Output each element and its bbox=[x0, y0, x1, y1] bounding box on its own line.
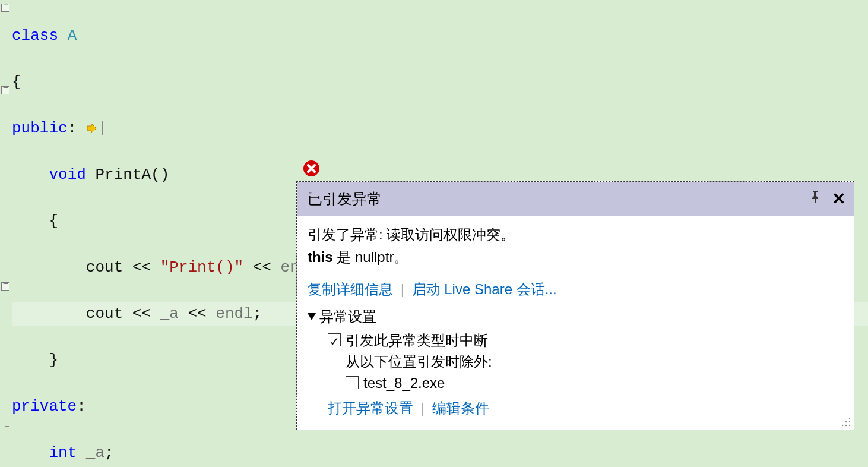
checkbox-break-on-type[interactable] bbox=[328, 333, 341, 346]
checkbox-row: 引发此异常类型时中断 bbox=[328, 330, 843, 351]
exception-message-line: this 是 nullptr。 bbox=[308, 247, 843, 268]
except-from-label: 从以下位置引发时除外: bbox=[346, 351, 843, 373]
fold-toggle-icon[interactable] bbox=[1, 86, 9, 94]
this-bold: this bbox=[308, 249, 333, 265]
keyword: int bbox=[49, 444, 77, 462]
expand-toggle-icon[interactable] bbox=[308, 313, 316, 320]
svg-point-6 bbox=[849, 425, 850, 426]
exception-message-line: 引发了异常: 读取访问权限冲突。 bbox=[308, 224, 843, 245]
fold-end-icon bbox=[5, 426, 9, 427]
checkbox-row: test_8_2.exe bbox=[346, 373, 843, 394]
fold-end-icon bbox=[5, 264, 9, 264]
keyword: class bbox=[12, 27, 58, 45]
fold-gutter bbox=[0, 0, 11, 467]
popup-header: 已引发异常 ✕ bbox=[297, 182, 854, 216]
popup-links: 复制详细信息 | 启动 Live Share 会话... bbox=[308, 279, 843, 300]
exception-popup: 已引发异常 ✕ 引发了异常: 读取访问权限冲突。 this 是 nullptr。… bbox=[296, 181, 854, 430]
exception-settings-section: 异常设置 引发此异常类型时中断 从以下位置引发时除外: test_8_2.exe… bbox=[308, 306, 843, 419]
code-line[interactable]: public: | bbox=[12, 117, 868, 140]
keyword: void bbox=[49, 166, 85, 184]
svg-point-5 bbox=[845, 425, 847, 426]
popup-body: 引发了异常: 读取访问权限冲突。 this 是 nullptr。 复制详细信息 … bbox=[297, 216, 854, 430]
code-line[interactable]: { bbox=[12, 71, 868, 94]
close-icon[interactable]: ✕ bbox=[832, 189, 845, 209]
fold-toggle-icon[interactable] bbox=[1, 4, 9, 12]
callout-arrow-icon bbox=[309, 182, 330, 196]
fold-guide-line bbox=[5, 12, 5, 86]
checkbox-module[interactable] bbox=[346, 376, 359, 389]
live-share-link[interactable]: 启动 Live Share 会话... bbox=[412, 281, 557, 297]
svg-point-1 bbox=[849, 418, 850, 419]
settings-title: 异常设置 bbox=[319, 308, 376, 324]
svg-point-3 bbox=[849, 421, 850, 422]
popup-title: 已引发异常 bbox=[308, 189, 799, 209]
copy-details-link[interactable]: 复制详细信息 bbox=[308, 281, 393, 297]
open-exception-settings-link[interactable]: 打开异常设置 bbox=[328, 400, 413, 416]
code-line[interactable]: class A bbox=[12, 24, 868, 48]
keyword: public bbox=[12, 119, 68, 137]
arrow-right-icon bbox=[86, 123, 98, 134]
fold-guide-line bbox=[5, 94, 5, 264]
type-name: A bbox=[68, 27, 77, 45]
fold-guide-line bbox=[5, 291, 5, 426]
code-line[interactable]: int _a; bbox=[12, 441, 868, 465]
edit-condition-link[interactable]: 编辑条件 bbox=[432, 400, 489, 416]
code-editor[interactable]: class A { public: | void PrintA() { cout… bbox=[0, 0, 868, 467]
error-icon bbox=[303, 160, 320, 177]
string-literal: "Print()" bbox=[160, 258, 243, 276]
svg-point-2 bbox=[845, 421, 847, 422]
separator: | bbox=[421, 400, 425, 416]
pin-icon[interactable] bbox=[809, 190, 821, 207]
module-name: test_8_2.exe bbox=[363, 375, 445, 391]
separator: | bbox=[401, 281, 404, 297]
popup-bottom-links: 打开异常设置 | 编辑条件 bbox=[328, 397, 843, 419]
keyword: private bbox=[12, 397, 77, 415]
fold-toggle-icon[interactable] bbox=[1, 282, 9, 291]
svg-point-4 bbox=[842, 425, 843, 426]
checkbox-label: 引发此异常类型时中断 bbox=[346, 332, 488, 348]
resize-grip-icon[interactable] bbox=[841, 416, 851, 427]
